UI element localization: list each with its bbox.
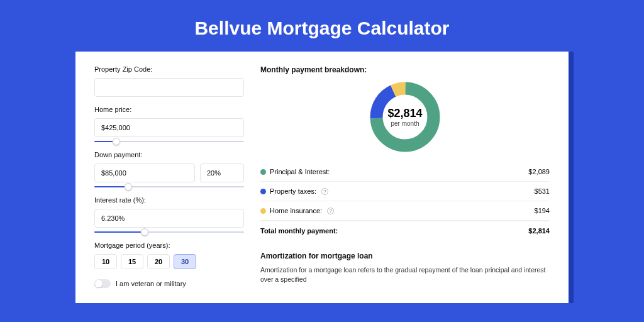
help-icon[interactable]: ? [321, 188, 328, 195]
veteran-label: I am veteran or military [116, 280, 186, 287]
home-price-label: Home price: [94, 106, 244, 113]
dot-icon [260, 169, 266, 175]
page-title: Bellvue Mortgage Calculator [0, 0, 644, 52]
amortization-section: Amortization for mortgage loan Amortizat… [260, 252, 550, 284]
dot-icon [260, 189, 266, 194]
period-buttons: 10 15 20 30 [94, 254, 244, 269]
line-total: Total monthly payment: $2,814 [260, 221, 550, 240]
down-payment-label: Down payment: [94, 151, 244, 158]
down-percent-input[interactable] [200, 164, 244, 182]
period-field: Mortgage period (years): 10 15 20 30 [94, 242, 244, 269]
amort-title: Amortization for mortgage loan [260, 252, 550, 260]
breakdown-title: Monthly payment breakdown: [260, 65, 550, 74]
interest-field: Interest rate (%): [94, 196, 244, 233]
dot-icon [260, 208, 266, 214]
line-value: $531 [535, 187, 550, 195]
interest-slider[interactable] [94, 231, 244, 233]
donut-unit: per month [391, 120, 419, 127]
period-label: Mortgage period (years): [94, 242, 244, 249]
line-label: Property taxes: [270, 187, 316, 195]
zip-field: Property Zip Code: [94, 65, 244, 97]
home-price-slider[interactable] [94, 141, 244, 142]
period-btn-10[interactable]: 10 [94, 254, 117, 269]
calculator-card: Property Zip Code: Home price: Down paym… [75, 52, 569, 303]
amort-text: Amortization for a mortgage loan refers … [260, 265, 550, 284]
total-label: Total monthly payment: [260, 227, 338, 235]
line-value: $194 [535, 207, 550, 214]
down-payment-slider[interactable] [94, 186, 244, 187]
line-taxes: Property taxes: ? $531 [260, 182, 550, 201]
down-payment-field: Down payment: [94, 151, 244, 187]
breakdown-panel: Monthly payment breakdown: $2,814 per mo… [260, 65, 550, 297]
interest-label: Interest rate (%): [94, 196, 244, 204]
veteran-toggle[interactable] [94, 279, 111, 288]
line-label: Home insurance: [270, 207, 322, 214]
period-btn-30[interactable]: 30 [174, 254, 196, 269]
line-label: Principal & Interest: [270, 168, 330, 175]
line-principal: Principal & Interest: $2,089 [260, 162, 550, 182]
donut-chart-wrap: $2,814 per month [260, 79, 550, 155]
down-amount-input[interactable] [94, 164, 195, 182]
period-btn-20[interactable]: 20 [147, 254, 170, 269]
donut-value: $2,814 [387, 107, 422, 120]
breakdown-list: Principal & Interest: $2,089 Property ta… [260, 162, 550, 240]
line-value: $2,089 [528, 168, 550, 175]
interest-input[interactable] [94, 209, 244, 228]
form-panel: Property Zip Code: Home price: Down paym… [94, 65, 244, 297]
home-price-field: Home price: [94, 106, 244, 142]
home-price-input[interactable] [94, 118, 244, 137]
total-value: $2,814 [528, 227, 550, 235]
help-icon[interactable]: ? [327, 208, 334, 214]
period-btn-15[interactable]: 15 [121, 254, 143, 269]
veteran-row: I am veteran or military [94, 279, 244, 288]
zip-input[interactable] [94, 78, 244, 97]
zip-label: Property Zip Code: [94, 65, 244, 73]
line-insurance: Home insurance: ? $194 [260, 201, 550, 221]
donut-chart: $2,814 per month [367, 79, 443, 155]
